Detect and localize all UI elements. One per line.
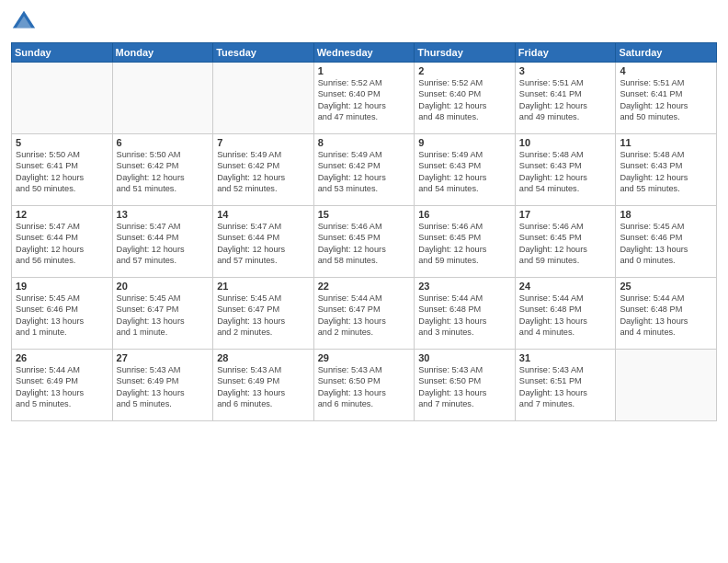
day-number: 12 — [16, 209, 108, 220]
calendar-day-18: 18Sunrise: 5:45 AMSunset: 6:46 PMDayligh… — [616, 206, 717, 278]
calendar-day-27: 27Sunrise: 5:43 AMSunset: 6:49 PMDayligh… — [112, 350, 213, 421]
calendar-header-thursday: Thursday — [415, 43, 516, 63]
calendar-week-4: 26Sunrise: 5:44 AMSunset: 6:49 PMDayligh… — [12, 350, 717, 421]
day-info: Sunrise: 5:49 AMSunset: 6:43 PMDaylight:… — [418, 149, 511, 195]
calendar-empty — [12, 63, 113, 134]
calendar-header-row: SundayMondayTuesdayWednesdayThursdayFrid… — [12, 43, 717, 63]
calendar-empty — [112, 63, 213, 134]
day-number: 16 — [418, 209, 511, 220]
day-number: 2 — [418, 65, 511, 76]
day-info: Sunrise: 5:44 AMSunset: 6:48 PMDaylight:… — [620, 293, 712, 339]
calendar-day-16: 16Sunrise: 5:46 AMSunset: 6:45 PMDayligh… — [415, 206, 516, 278]
calendar-day-12: 12Sunrise: 5:47 AMSunset: 6:44 PMDayligh… — [12, 206, 113, 278]
day-number: 3 — [519, 65, 612, 76]
day-info: Sunrise: 5:52 AMSunset: 6:40 PMDaylight:… — [318, 77, 411, 123]
calendar: SundayMondayTuesdayWednesdayThursdayFrid… — [11, 42, 717, 421]
day-number: 6 — [117, 137, 210, 148]
calendar-header-saturday: Saturday — [616, 43, 717, 63]
day-info: Sunrise: 5:43 AMSunset: 6:50 PMDaylight:… — [318, 364, 411, 410]
calendar-day-7: 7Sunrise: 5:49 AMSunset: 6:42 PMDaylight… — [213, 134, 314, 206]
calendar-header-friday: Friday — [515, 43, 616, 63]
calendar-header-tuesday: Tuesday — [213, 43, 314, 63]
day-number: 5 — [16, 137, 108, 148]
day-number: 4 — [620, 65, 712, 76]
day-info: Sunrise: 5:46 AMSunset: 6:45 PMDaylight:… — [519, 221, 612, 267]
calendar-day-19: 19Sunrise: 5:45 AMSunset: 6:46 PMDayligh… — [12, 278, 113, 350]
day-info: Sunrise: 5:43 AMSunset: 6:50 PMDaylight:… — [418, 364, 511, 410]
day-info: Sunrise: 5:46 AMSunset: 6:45 PMDaylight:… — [318, 221, 411, 267]
day-number: 14 — [217, 209, 310, 220]
calendar-empty — [616, 350, 717, 421]
calendar-day-8: 8Sunrise: 5:49 AMSunset: 6:42 PMDaylight… — [313, 134, 415, 206]
day-number: 15 — [318, 209, 411, 220]
day-info: Sunrise: 5:46 AMSunset: 6:45 PMDaylight:… — [418, 221, 511, 267]
day-number: 26 — [16, 352, 108, 363]
calendar-week-2: 12Sunrise: 5:47 AMSunset: 6:44 PMDayligh… — [12, 206, 717, 278]
day-number: 25 — [620, 281, 712, 292]
calendar-header-monday: Monday — [112, 43, 213, 63]
day-info: Sunrise: 5:45 AMSunset: 6:46 PMDaylight:… — [620, 221, 712, 267]
day-number: 27 — [117, 352, 210, 363]
day-info: Sunrise: 5:47 AMSunset: 6:44 PMDaylight:… — [117, 221, 210, 267]
calendar-day-2: 2Sunrise: 5:52 AMSunset: 6:40 PMDaylight… — [415, 63, 516, 134]
day-number: 21 — [217, 281, 310, 292]
calendar-day-26: 26Sunrise: 5:44 AMSunset: 6:49 PMDayligh… — [12, 350, 113, 421]
calendar-week-1: 5Sunrise: 5:50 AMSunset: 6:41 PMDaylight… — [12, 134, 717, 206]
day-info: Sunrise: 5:44 AMSunset: 6:48 PMDaylight:… — [418, 293, 511, 339]
day-number: 31 — [519, 352, 612, 363]
calendar-day-25: 25Sunrise: 5:44 AMSunset: 6:48 PMDayligh… — [616, 278, 717, 350]
calendar-day-3: 3Sunrise: 5:51 AMSunset: 6:41 PMDaylight… — [515, 63, 616, 134]
logo — [11, 9, 40, 35]
day-info: Sunrise: 5:44 AMSunset: 6:48 PMDaylight:… — [519, 293, 612, 339]
day-number: 30 — [418, 352, 511, 363]
day-info: Sunrise: 5:48 AMSunset: 6:43 PMDaylight:… — [620, 149, 712, 195]
calendar-week-3: 19Sunrise: 5:45 AMSunset: 6:46 PMDayligh… — [12, 278, 717, 350]
day-number: 29 — [318, 352, 411, 363]
day-info: Sunrise: 5:44 AMSunset: 6:47 PMDaylight:… — [318, 293, 411, 339]
calendar-day-15: 15Sunrise: 5:46 AMSunset: 6:45 PMDayligh… — [313, 206, 415, 278]
day-info: Sunrise: 5:43 AMSunset: 6:49 PMDaylight:… — [117, 364, 210, 410]
day-info: Sunrise: 5:48 AMSunset: 6:43 PMDaylight:… — [519, 149, 612, 195]
calendar-day-22: 22Sunrise: 5:44 AMSunset: 6:47 PMDayligh… — [313, 278, 415, 350]
day-number: 17 — [519, 209, 612, 220]
calendar-day-6: 6Sunrise: 5:50 AMSunset: 6:42 PMDaylight… — [112, 134, 213, 206]
calendar-day-13: 13Sunrise: 5:47 AMSunset: 6:44 PMDayligh… — [112, 206, 213, 278]
day-info: Sunrise: 5:49 AMSunset: 6:42 PMDaylight:… — [217, 149, 310, 195]
day-info: Sunrise: 5:45 AMSunset: 6:47 PMDaylight:… — [217, 293, 310, 339]
day-info: Sunrise: 5:45 AMSunset: 6:47 PMDaylight:… — [117, 293, 210, 339]
day-number: 19 — [16, 281, 108, 292]
calendar-day-24: 24Sunrise: 5:44 AMSunset: 6:48 PMDayligh… — [515, 278, 616, 350]
calendar-day-30: 30Sunrise: 5:43 AMSunset: 6:50 PMDayligh… — [415, 350, 516, 421]
day-info: Sunrise: 5:44 AMSunset: 6:49 PMDaylight:… — [16, 364, 108, 410]
day-info: Sunrise: 5:43 AMSunset: 6:51 PMDaylight:… — [519, 364, 612, 410]
day-info: Sunrise: 5:43 AMSunset: 6:49 PMDaylight:… — [217, 364, 310, 410]
calendar-day-9: 9Sunrise: 5:49 AMSunset: 6:43 PMDaylight… — [415, 134, 516, 206]
calendar-header-wednesday: Wednesday — [313, 43, 415, 63]
day-info: Sunrise: 5:51 AMSunset: 6:41 PMDaylight:… — [620, 77, 712, 123]
calendar-day-17: 17Sunrise: 5:46 AMSunset: 6:45 PMDayligh… — [515, 206, 616, 278]
calendar-header-sunday: Sunday — [12, 43, 113, 63]
day-number: 22 — [318, 281, 411, 292]
calendar-day-10: 10Sunrise: 5:48 AMSunset: 6:43 PMDayligh… — [515, 134, 616, 206]
day-info: Sunrise: 5:50 AMSunset: 6:42 PMDaylight:… — [117, 149, 210, 195]
day-number: 10 — [519, 137, 612, 148]
day-number: 24 — [519, 281, 612, 292]
day-number: 7 — [217, 137, 310, 148]
calendar-day-20: 20Sunrise: 5:45 AMSunset: 6:47 PMDayligh… — [112, 278, 213, 350]
day-info: Sunrise: 5:47 AMSunset: 6:44 PMDaylight:… — [217, 221, 310, 267]
page: SundayMondayTuesdayWednesdayThursdayFrid… — [0, 0, 728, 563]
day-number: 13 — [117, 209, 210, 220]
day-number: 8 — [318, 137, 411, 148]
day-info: Sunrise: 5:50 AMSunset: 6:41 PMDaylight:… — [16, 149, 108, 195]
calendar-day-23: 23Sunrise: 5:44 AMSunset: 6:48 PMDayligh… — [415, 278, 516, 350]
day-number: 28 — [217, 352, 310, 363]
day-info: Sunrise: 5:51 AMSunset: 6:41 PMDaylight:… — [519, 77, 612, 123]
day-number: 1 — [318, 65, 411, 76]
logo-icon — [11, 9, 37, 35]
day-number: 20 — [117, 281, 210, 292]
day-number: 23 — [418, 281, 511, 292]
calendar-day-31: 31Sunrise: 5:43 AMSunset: 6:51 PMDayligh… — [515, 350, 616, 421]
day-number: 11 — [620, 137, 712, 148]
day-info: Sunrise: 5:49 AMSunset: 6:42 PMDaylight:… — [318, 149, 411, 195]
calendar-day-29: 29Sunrise: 5:43 AMSunset: 6:50 PMDayligh… — [313, 350, 415, 421]
